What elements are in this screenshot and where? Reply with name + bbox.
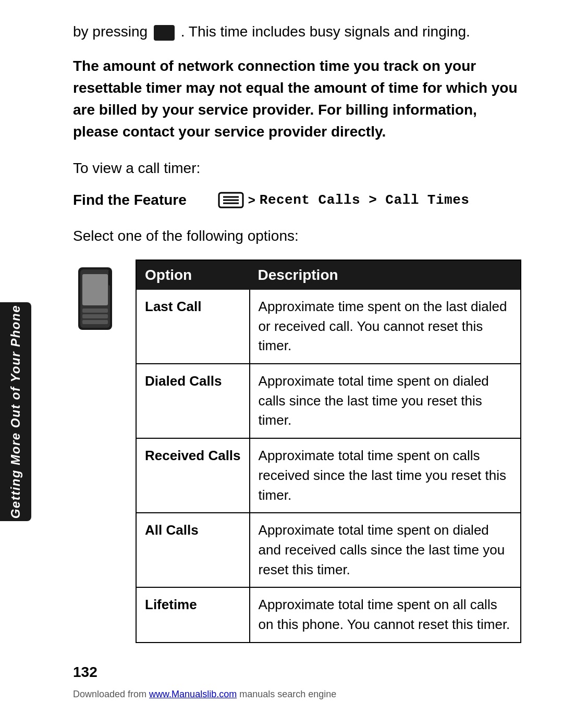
option-cell: All Calls	[137, 513, 250, 587]
intro-line: by pressing	[73, 23, 148, 40]
table-row: Last CallApproximate time spent on the l…	[137, 290, 520, 364]
intro-continuation: . This time includes busy signals and ri…	[181, 23, 470, 40]
phone-end-icon	[154, 25, 175, 41]
phone-art	[73, 260, 125, 352]
footer: Downloaded from www.Manualslib.com manua…	[73, 689, 521, 700]
svg-rect-8	[82, 314, 108, 318]
to-view-text: To view a call timer:	[73, 157, 521, 179]
page-number: 132	[73, 664, 521, 681]
option-cell: Last Call	[137, 290, 250, 364]
options-table: Option Description Last CallApproximate …	[137, 261, 520, 642]
svg-rect-10	[108, 270, 112, 286]
intro-paragraph: by pressing . This time includes busy si…	[73, 21, 521, 43]
phone-device-icon	[73, 265, 120, 348]
svg-rect-6	[82, 274, 108, 305]
footer-cont: manuals search engine	[239, 689, 336, 699]
sidebar-label: Getting More Out of Your Phone	[8, 305, 23, 519]
table-row: Dialed CallsApproximate total time spent…	[137, 364, 520, 438]
svg-rect-9	[82, 320, 108, 324]
footer-text: Downloaded from	[73, 689, 146, 699]
table-row: All CallsApproximate total time spent on…	[137, 513, 520, 587]
description-cell: Approximate total time spent on calls re…	[250, 438, 520, 513]
table-row: Received CallsApproximate total time spe…	[137, 438, 520, 513]
table-section: Option Description Last CallApproximate …	[73, 260, 521, 643]
table-row: LifetimeApproximate total time spent on …	[137, 587, 520, 641]
sidebar-tab: Getting More Out of Your Phone	[0, 302, 31, 521]
find-feature-label: Find the Feature	[73, 192, 187, 208]
option-cell: Lifetime	[137, 587, 250, 641]
footer-link[interactable]: www.Manualslib.com	[149, 689, 237, 699]
menu-path-text: Recent Calls > Call Times	[260, 192, 470, 208]
menu-icon	[218, 192, 244, 208]
col-option-header: Option	[137, 261, 250, 290]
option-cell: Dialed Calls	[137, 364, 250, 438]
menu-path: > Recent Calls > Call Times	[218, 192, 470, 208]
find-feature-row: Find the Feature > Recent Calls > Call T…	[73, 192, 521, 208]
warning-paragraph: The amount of network connection time yo…	[73, 55, 521, 143]
table-header-row: Option Description	[137, 261, 520, 290]
description-cell: Approximate total time spent on dialed c…	[250, 364, 520, 438]
svg-rect-7	[82, 309, 108, 313]
description-cell: Approximate time spent on the last diale…	[250, 290, 520, 364]
col-description-header: Description	[250, 261, 520, 290]
select-text: Select one of the following options:	[73, 225, 521, 247]
description-cell: Approximate total time spent on all call…	[250, 587, 520, 641]
description-cell: Approximate total time spent on dialed a…	[250, 513, 520, 587]
option-cell: Received Calls	[137, 438, 250, 513]
options-table-container: Option Description Last CallApproximate …	[136, 260, 521, 643]
chevron-icon: >	[248, 193, 255, 207]
